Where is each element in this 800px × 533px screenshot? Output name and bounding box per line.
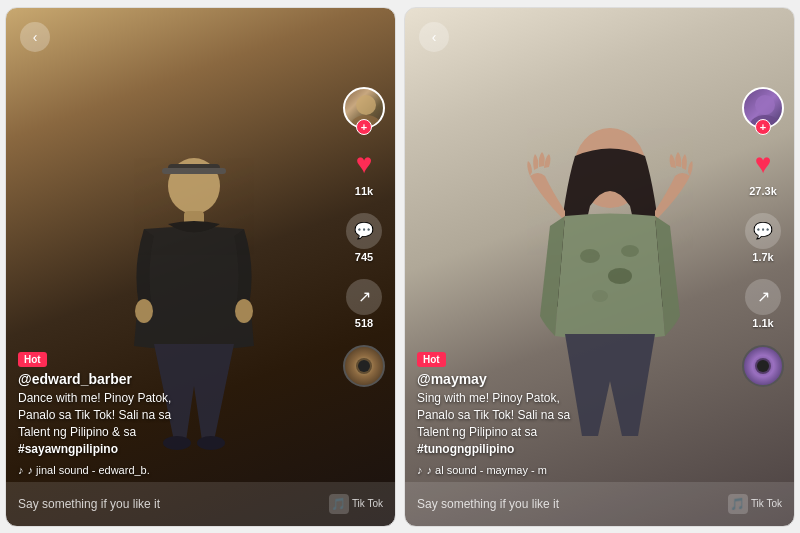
heart-icon-left: ♥ <box>356 148 373 180</box>
music-disc-right[interactable] <box>742 345 784 387</box>
heart-icon-right: ♥ <box>755 148 772 180</box>
back-button-left[interactable]: ‹ <box>20 22 50 52</box>
video-panel-right: ‹ + ♥ 27.3k 💬 1. <box>404 7 795 527</box>
like-count-right: 27.3k <box>749 185 777 197</box>
svg-point-15 <box>592 290 608 302</box>
tiktok-logo-left: 🎵 Tik Tok <box>329 494 383 514</box>
tiktok-label-right: Tik Tok <box>751 498 782 509</box>
svg-point-10 <box>356 358 372 374</box>
action-buttons-right: + ♥ 27.3k 💬 1.7k ↗ 1.1k <box>742 87 784 387</box>
comment-input-left[interactable]: Say something if you like it <box>18 497 329 511</box>
comment-count-left: 745 <box>355 251 373 263</box>
svg-point-13 <box>580 249 600 263</box>
bottom-info-right: Hot @maymay Sing with me! Pinoy Patok, P… <box>417 349 739 475</box>
description-right: Sing with me! Pinoy Patok, Panalo sa Tik… <box>417 390 739 457</box>
svg-rect-2 <box>162 168 226 174</box>
like-action-left[interactable]: ♥ 11k <box>345 145 383 197</box>
sound-text-left: ♪ jinal sound - edward_b. <box>28 464 150 476</box>
share-icon-left: ↗ <box>346 279 382 315</box>
action-buttons-left: + ♥ 11k 💬 745 ↗ 518 <box>343 87 385 387</box>
comment-input-right[interactable]: Say something if you like it <box>417 497 728 511</box>
avatar-left[interactable]: + <box>343 87 385 129</box>
like-action-right[interactable]: ♥ 27.3k <box>744 145 782 197</box>
svg-point-20 <box>760 363 766 369</box>
avatar-right[interactable]: + <box>742 87 784 129</box>
tiktok-logo-right: 🎵 Tik Tok <box>728 494 782 514</box>
comment-count-right: 1.7k <box>752 251 773 263</box>
comment-action-right[interactable]: 💬 1.7k <box>745 213 781 263</box>
sound-info-right: ♪ ♪ al sound - maymay - m <box>417 464 739 476</box>
tiktok-icon-right: 🎵 <box>728 494 748 514</box>
music-note-left: ♪ <box>18 464 24 476</box>
username-right: @maymay <box>417 371 739 387</box>
hashtag-left: #sayawngpilipino <box>18 442 118 456</box>
tiktok-label-left: Tik Tok <box>352 498 383 509</box>
sound-info-left: ♪ ♪ jinal sound - edward_b. <box>18 464 340 476</box>
description-left: Dance with me! Pinoy Patok, Panalo sa Ti… <box>18 390 340 457</box>
hot-badge-right: Hot <box>417 352 446 367</box>
svg-point-14 <box>608 268 632 284</box>
follow-badge-right[interactable]: + <box>755 119 771 135</box>
svg-point-19 <box>755 358 771 374</box>
share-count-left: 518 <box>355 317 373 329</box>
svg-point-11 <box>361 363 367 369</box>
hashtag-right: #tunogngpilipino <box>417 442 514 456</box>
username-left: @edward_barber <box>18 371 340 387</box>
like-count-left: 11k <box>355 185 373 197</box>
svg-point-16 <box>621 245 639 257</box>
comment-icon-right: 💬 <box>745 213 781 249</box>
comment-bar-left: Say something if you like it 🎵 Tik Tok <box>6 482 395 526</box>
share-icon-right: ↗ <box>745 279 781 315</box>
follow-badge-left[interactable]: + <box>356 119 372 135</box>
bottom-info-left: Hot @edward_barber Dance with me! Pinoy … <box>18 349 340 475</box>
back-button-right[interactable]: ‹ <box>419 22 449 52</box>
svg-point-8 <box>356 95 376 115</box>
app-container: ‹ + ♥ 11k 💬 745 <box>5 7 795 527</box>
hot-badge-left: Hot <box>18 352 47 367</box>
svg-point-5 <box>235 299 253 323</box>
share-count-right: 1.1k <box>752 317 773 329</box>
share-action-left[interactable]: ↗ 518 <box>346 279 382 329</box>
svg-point-17 <box>755 95 775 115</box>
comment-placeholder-right: Say something if you like it <box>417 497 559 511</box>
comment-action-left[interactable]: 💬 745 <box>346 213 382 263</box>
share-action-right[interactable]: ↗ 1.1k <box>745 279 781 329</box>
music-disc-left[interactable] <box>343 345 385 387</box>
comment-icon-left: 💬 <box>346 213 382 249</box>
video-panel-left: ‹ + ♥ 11k 💬 745 <box>5 7 396 527</box>
svg-point-4 <box>135 299 153 323</box>
music-note-right: ♪ <box>417 464 423 476</box>
tiktok-icon-left: 🎵 <box>329 494 349 514</box>
comment-bar-right: Say something if you like it 🎵 Tik Tok <box>405 482 794 526</box>
comment-placeholder-left: Say something if you like it <box>18 497 160 511</box>
sound-text-right: ♪ al sound - maymay - m <box>427 464 547 476</box>
